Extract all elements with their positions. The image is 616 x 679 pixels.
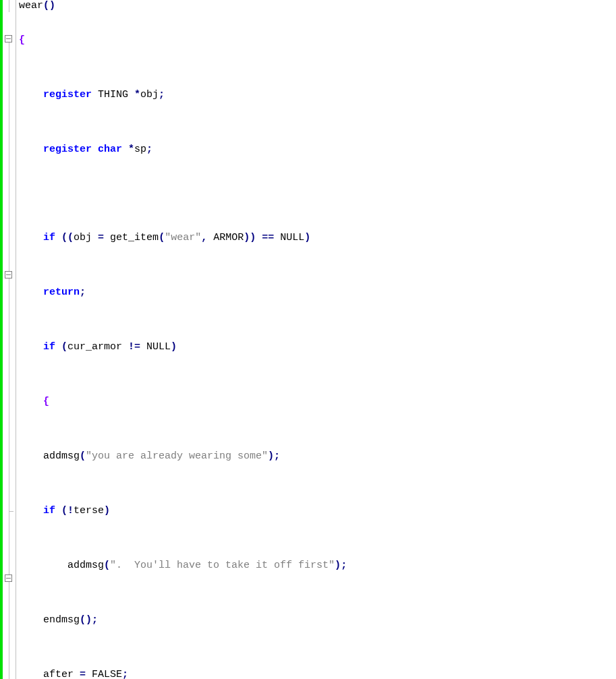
fold-vline [9, 582, 9, 679]
fold-toggle[interactable] [5, 271, 12, 278]
code-line: { [19, 13, 616, 68]
fold-end [9, 511, 13, 512]
code-line: addmsg(". You'll have to take it off fir… [19, 539, 616, 593]
code-line: if (cur_armor != NULL) [19, 320, 616, 375]
code-line: after = FALSE; [19, 648, 616, 679]
code-line: if (!terse) [19, 484, 616, 539]
code-line: if ((obj = get_item("wear", ARMOR)) == N… [19, 211, 616, 266]
code-line [19, 177, 616, 211]
fold-vline [9, 511, 9, 574]
code-line: return; [19, 266, 616, 320]
code-line: register THING *obj; [19, 68, 616, 123]
fold-vline [9, 42, 9, 274]
code-line: endmsg(); [19, 593, 616, 648]
fold-vline [9, 0, 9, 12]
fold-toggle[interactable] [5, 574, 12, 582]
code-line: register char *sp; [19, 123, 616, 177]
code-text-area[interactable]: wear() { register THING *obj; register c… [16, 0, 616, 679]
fold-vline [9, 278, 9, 511]
fold-gutter[interactable] [3, 0, 16, 679]
fold-toggle[interactable] [5, 35, 12, 42]
code-editor: wear() { register THING *obj; register c… [0, 0, 616, 679]
code-line: addmsg("you are already wearing some"); [19, 430, 616, 484]
code-line: { [19, 375, 616, 430]
code-line: wear() [19, 0, 616, 13]
